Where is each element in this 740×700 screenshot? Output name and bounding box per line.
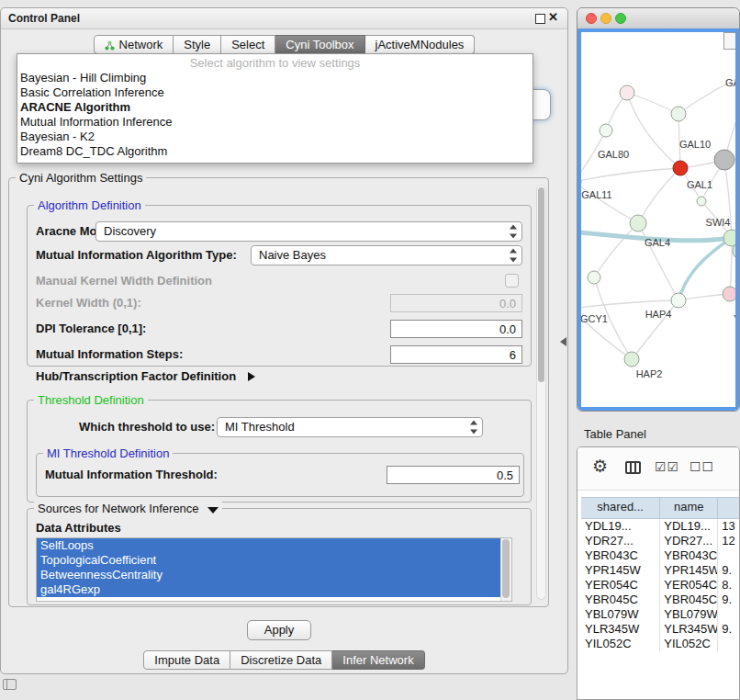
manual-kernel-checkbox[interactable] — [505, 274, 519, 288]
table-panel-window: ⚙ ☑☑ ☐☐ shared...nameYDL19...YDL19...13Y… — [577, 446, 740, 700]
settings-scrollbar[interactable] — [536, 185, 546, 600]
tab-label: Cyni Toolbox — [286, 38, 353, 51]
network-node[interactable] — [697, 197, 706, 206]
tab-style[interactable]: Style — [174, 35, 221, 54]
network-edge — [581, 168, 680, 182]
bottom-tab-infer-network[interactable]: Infer Network — [332, 650, 424, 670]
columns-icon[interactable] — [625, 461, 641, 474]
algorithm-option[interactable]: Basic Correlation Inference — [17, 85, 533, 100]
tab-cyni-toolbox[interactable]: Cyni Toolbox — [275, 35, 364, 54]
node-label: HAP4 — [645, 309, 672, 320]
table-row[interactable]: YBR045CYBR045C9. — [581, 593, 740, 607]
table-cell: YIL052C — [581, 637, 660, 651]
tab-label: Select — [231, 38, 264, 51]
algorithm-option[interactable]: Bayesian - K2 — [17, 130, 533, 144]
table-cell: 13 — [718, 519, 740, 534]
attribute-item[interactable]: SelfLoops — [37, 538, 501, 553]
network-node[interactable] — [600, 124, 612, 137]
which-threshold-select[interactable]: MI Threshold — [217, 417, 483, 437]
network-node[interactable] — [723, 230, 739, 246]
algorithm-option[interactable]: Bayesian - Hill Climbing — [17, 71, 533, 85]
network-node[interactable] — [630, 215, 646, 231]
hub-definition-expander[interactable]: Hub/Transcription Factor Definition — [36, 368, 255, 385]
table-row[interactable]: YDL19...YDL19...13 — [581, 519, 740, 534]
tab-network[interactable]: Network — [94, 35, 174, 54]
table-cell: YBR045C — [660, 593, 718, 607]
attribute-item[interactable]: gal4RGexp — [37, 582, 501, 597]
table-cell: YIL052C — [660, 637, 718, 651]
table-cell: YDL19... — [660, 519, 718, 534]
table-cell: YPR145W — [581, 563, 660, 578]
bottom-tab-impute-data[interactable]: Impute Data — [143, 650, 230, 670]
clear-all-checkboxes-icon[interactable]: ☐☐ — [690, 459, 714, 474]
network-edge — [594, 223, 638, 277]
float-window-button[interactable] — [535, 14, 545, 24]
algorithm-dropdown-popup: Select algorithm to view settings Bayesi… — [17, 53, 533, 164]
dpi-tolerance-input[interactable] — [390, 320, 522, 338]
column-header[interactable] — [718, 498, 740, 518]
algorithm-option[interactable]: Mutual Information Inference — [17, 115, 533, 130]
splitter-collapse-arrow[interactable] — [560, 337, 566, 346]
dpi-tolerance-label: DPI Tolerance [0,1]: — [36, 319, 146, 339]
table-cell — [718, 637, 740, 651]
table-row[interactable]: YLR345WYLR345W9. — [581, 622, 740, 637]
algorithm-placeholder: Select algorithm to view settings — [17, 55, 533, 71]
tab-select[interactable]: Select — [221, 35, 275, 54]
bottom-tab-discretize-data[interactable]: Discretize Data — [230, 650, 332, 670]
minimized-panel-icon[interactable] — [3, 679, 17, 690]
table-row[interactable]: YBL079WYBL079W — [581, 607, 740, 622]
table-cell: YPR145W — [660, 563, 718, 578]
algorithm-option[interactable]: ARACNE Algorithm — [17, 100, 533, 115]
node-label: GAL1 — [687, 179, 712, 190]
tab-label: jActiveMNodules — [376, 38, 465, 51]
algorithm-option[interactable]: Dream8 DC_TDC Algorithm — [17, 144, 533, 159]
aracne-mode-select[interactable]: Discovery — [95, 221, 522, 242]
network-node[interactable] — [624, 352, 639, 367]
network-node[interactable] — [671, 107, 686, 121]
select-all-checkboxes-icon[interactable]: ☑☑ — [655, 459, 679, 474]
sources-group-title[interactable]: Sources for Network Inference — [34, 502, 222, 515]
network-node[interactable] — [588, 271, 600, 284]
mi-threshold-input[interactable] — [387, 466, 520, 484]
tab-label: Network — [119, 38, 163, 51]
table-row[interactable]: YBR043CYBR043C — [581, 548, 740, 563]
network-node[interactable] — [673, 161, 688, 175]
table-cell: 12 — [718, 534, 740, 548]
attributes-scrollbar[interactable] — [500, 538, 511, 601]
apply-button[interactable]: Apply — [247, 620, 311, 640]
control-panel-tab-bar: NetworkStyleSelectCyni ToolboxjActiveMNo… — [1, 35, 567, 54]
network-node[interactable] — [714, 150, 734, 170]
table-row[interactable]: YPR145WYPR145W9. — [581, 563, 740, 578]
mi-type-select[interactable]: Naive Bayes — [251, 245, 522, 265]
column-header[interactable]: name — [660, 498, 718, 518]
mi-steps-input[interactable] — [390, 345, 522, 364]
network-canvas-frame: GAL80GAL10GAL11GAL1SWI4GAL4GCY1HAP4HAP2G… — [577, 28, 739, 411]
network-edge — [627, 93, 680, 168]
threshold-definition-title: Threshold Definition — [34, 393, 148, 407]
kernel-width-input[interactable] — [390, 294, 522, 312]
column-header[interactable]: shared... — [581, 498, 660, 518]
network-edge — [638, 223, 678, 300]
network-node[interactable] — [620, 85, 634, 100]
network-node[interactable] — [671, 293, 686, 308]
network-node[interactable] — [723, 287, 737, 301]
table-cell: YBR043C — [660, 548, 718, 563]
minimize-traffic-light[interactable] — [600, 13, 611, 24]
table-row[interactable]: YER054CYER054C8. — [581, 578, 740, 593]
network-canvas[interactable]: GAL80GAL10GAL11GAL1SWI4GAL4GCY1HAP4HAP2G… — [581, 32, 739, 411]
attribute-item[interactable]: BetweennessCentrality — [37, 568, 501, 582]
network-edge — [638, 168, 680, 223]
gear-icon[interactable]: ⚙ — [592, 456, 608, 476]
node-label: HAP2 — [636, 368, 663, 379]
table-cell: YER054C — [660, 578, 718, 593]
zoom-traffic-light[interactable] — [615, 13, 626, 24]
scrollbar-thumb[interactable] — [538, 187, 544, 382]
table-row[interactable]: YDR27...YDR27...12 — [581, 534, 740, 548]
scrollbar-thumb[interactable] — [502, 539, 510, 598]
tab-jactivemnodules[interactable]: jActiveMNodules — [365, 35, 476, 54]
table-row[interactable]: YIL052CYIL052C — [581, 637, 740, 651]
birdseye-corner-box[interactable] — [723, 32, 738, 50]
close-icon[interactable]: ✕ — [548, 10, 558, 24]
close-traffic-light[interactable] — [586, 13, 597, 24]
attribute-item[interactable]: TopologicalCoefficient — [37, 553, 501, 568]
